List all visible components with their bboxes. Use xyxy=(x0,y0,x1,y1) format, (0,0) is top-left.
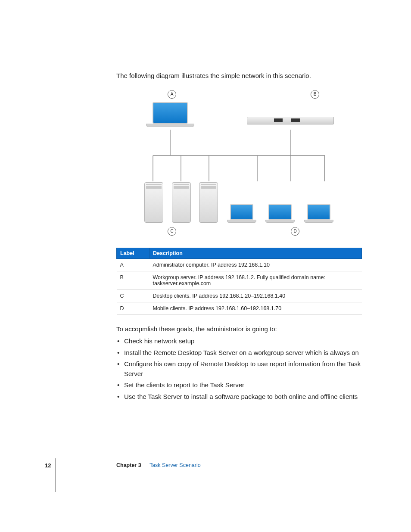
chapter-label: Chapter 3 xyxy=(116,462,141,468)
mobile-laptop-icon xyxy=(227,204,257,223)
desktop-tower-icon xyxy=(172,182,191,223)
server-icon xyxy=(247,117,334,124)
goals-lead: To accopmlish these goals, the administr… xyxy=(116,324,362,334)
table-cell-description: Administrator computer. IP address 192.1… xyxy=(149,258,362,271)
diagram-label-c: C xyxy=(168,227,176,236)
table-header-label: Label xyxy=(117,248,149,258)
network-diagram: A B xyxy=(144,90,334,236)
list-item: Install the Remote Desktop Task Server o… xyxy=(116,348,362,358)
desktop-tower-icon xyxy=(144,182,163,223)
table-cell-description: Mobile clients. IP address 192.168.1.60–… xyxy=(149,302,362,314)
table-row: A Administrator computer. IP address 192… xyxy=(117,258,362,271)
table-cell-label: B xyxy=(117,271,149,289)
table-row: C Desktop clients. IP address 192.168.1.… xyxy=(117,289,362,302)
table-cell-label: A xyxy=(117,258,149,271)
table-row: D Mobile clients. IP address 192.168.1.6… xyxy=(117,302,362,314)
list-item: Check his network setup xyxy=(116,336,362,346)
admin-laptop-icon xyxy=(144,102,196,127)
page-number: 12 xyxy=(45,462,51,469)
diagram-label-d: D xyxy=(291,227,299,236)
table-cell-label: D xyxy=(117,302,149,314)
mobile-laptop-icon xyxy=(304,204,334,223)
table-cell-description: Desktop clients. IP address 192.168.1.20… xyxy=(149,289,362,302)
footer-divider xyxy=(55,458,56,492)
footer-text: Chapter 3 Task Server Scenario xyxy=(116,462,201,468)
mobile-laptop-icon xyxy=(265,204,295,223)
table-row: B Workgroup server. IP address 192.168.1… xyxy=(117,271,362,289)
table-cell-description: Workgroup server. IP address 192.168.1.2… xyxy=(149,271,362,289)
label-description-table: Label Description A Administrator comput… xyxy=(116,248,362,315)
diagram-label-a: A xyxy=(168,90,176,99)
table-cell-label: C xyxy=(117,289,149,302)
table-header-description: Description xyxy=(149,248,362,258)
network-wires-icon xyxy=(144,130,334,181)
desktop-tower-icon xyxy=(199,182,218,223)
intro-text: The following diagram illustrates the si… xyxy=(116,71,362,81)
chapter-title: Task Server Scenario xyxy=(149,462,201,468)
list-item: Set the clients to report to the Task Se… xyxy=(116,380,362,390)
list-item: Configure his own copy of Remote Desktop… xyxy=(116,359,362,379)
diagram-label-b: B xyxy=(311,90,319,99)
list-item: Use the Task Server to install a softwar… xyxy=(116,392,362,402)
goals-list: Check his network setup Install the Remo… xyxy=(116,336,362,401)
